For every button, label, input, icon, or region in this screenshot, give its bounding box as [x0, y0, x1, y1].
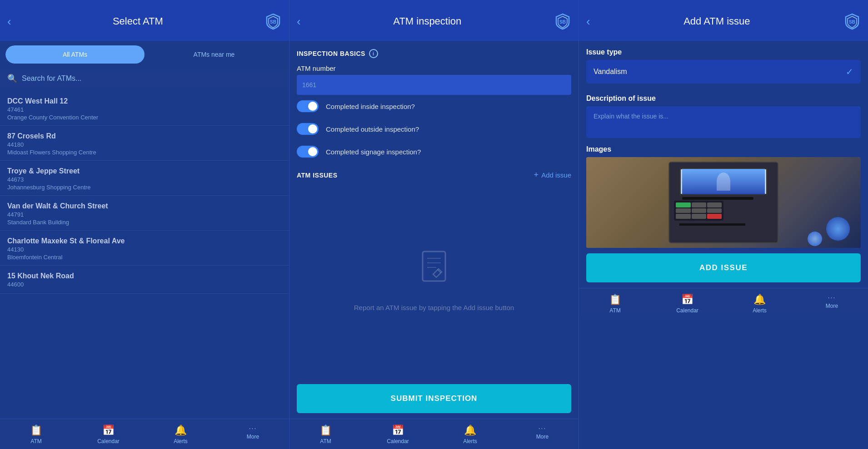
calendar-nav-label-3: Calendar	[676, 307, 698, 314]
list-item[interactable]: DCC West Hall 12 47461 Orange County Con…	[0, 91, 289, 126]
nav-more-3[interactable]: ··· More	[796, 294, 868, 314]
inside-toggle[interactable]	[297, 100, 319, 112]
svg-rect-2	[423, 252, 445, 281]
search-icon: 🔍	[7, 74, 17, 84]
inside-toggle-label: Completed inside inspection?	[326, 103, 415, 110]
panel1-header: ‹ Select ATM SB	[0, 0, 289, 41]
atm-id: 44180	[7, 141, 282, 148]
bank-logo-icon-3: SB	[843, 13, 861, 30]
images-label: Images	[579, 142, 868, 157]
panel2-back-button[interactable]: ‹	[297, 15, 301, 29]
toggle-inside[interactable]: Completed inside inspection?	[289, 95, 579, 118]
calendar-nav-label-2: Calendar	[387, 438, 409, 444]
atm-name: Van der Walt & Church Street	[7, 202, 282, 210]
list-item[interactable]: 87 Crosels Rd 44180 Midoast Flowers Shop…	[0, 126, 289, 161]
atm-tab-bar: All ATMs ATMs near me	[5, 45, 284, 64]
atm-nav-icon-3: 📋	[609, 294, 621, 306]
alerts-nav-icon: 🔔	[175, 424, 187, 436]
plus-icon: +	[534, 170, 539, 180]
atm-number-label: ATM number	[289, 60, 579, 75]
atm-id: 47461	[7, 106, 282, 113]
outside-toggle[interactable]	[297, 123, 319, 135]
submit-inspection-button[interactable]: SUBMIT INSPECTION	[297, 384, 571, 413]
more-nav-label-3: More	[826, 303, 838, 309]
list-item[interactable]: Charlotte Maxeke St & Floreal Ave 44130 …	[0, 231, 289, 266]
list-item[interactable]: Troye & Jeppe Street 44673 Johannesburg …	[0, 161, 289, 196]
description-label: Description of issue	[586, 94, 861, 103]
nav-atm[interactable]: 📋 ATM	[0, 424, 72, 444]
signage-toggle[interactable]	[297, 146, 319, 158]
atm-id: 44600	[7, 281, 282, 288]
panel1-bottom-nav: 📋 ATM 📅 Calendar 🔔 Alerts ··· More	[0, 419, 289, 449]
more-nav-icon: ···	[249, 424, 257, 432]
nav-alerts-2[interactable]: 🔔 Alerts	[434, 424, 506, 444]
atm-name: Troye & Jeppe Street	[7, 167, 282, 175]
atm-issues-label: ATM ISSUES	[297, 172, 338, 179]
more-nav-icon-2: ···	[539, 424, 547, 432]
atm-location: Orange County Convention Center	[7, 114, 282, 121]
issue-type-select[interactable]: Vandalism ✓	[586, 60, 861, 84]
nav-more[interactable]: ··· More	[217, 424, 289, 444]
tab-all-atms[interactable]: All ATMs	[5, 45, 145, 64]
panel3-title: Add ATM issue	[590, 15, 843, 27]
panel-atm-inspection: ‹ ATM inspection SB INSPECTION BASICS i …	[289, 0, 579, 449]
info-icon[interactable]: i	[369, 49, 378, 58]
empty-notebook-icon	[416, 249, 452, 297]
calendar-nav-label: Calendar	[97, 438, 120, 444]
atm-name: 87 Crosels Rd	[7, 132, 282, 140]
atm-location: Midoast Flowers Shopping Centre	[7, 149, 282, 156]
svg-text:SB: SB	[559, 20, 566, 25]
add-issue-text: Add issue	[541, 171, 571, 179]
atm-id: 44130	[7, 246, 282, 253]
nav-calendar-2[interactable]: 📅 Calendar	[362, 424, 434, 444]
panel-select-atm: ‹ Select ATM SB All ATMs ATMs near me 🔍 …	[0, 0, 289, 449]
outside-toggle-label: Completed outside inspection?	[326, 125, 419, 133]
atm-nav-label-2: ATM	[320, 438, 331, 444]
issue-type-value: Vandalism	[594, 68, 627, 76]
list-item[interactable]: 15 Khout Nek Road 44600	[0, 266, 289, 294]
panel2-bottom-nav: 📋 ATM 📅 Calendar 🔔 Alerts ··· More	[289, 419, 579, 449]
panel3-back-button[interactable]: ‹	[586, 15, 590, 29]
nav-atm-2[interactable]: 📋 ATM	[289, 424, 362, 444]
atm-list: DCC West Hall 12 47461 Orange County Con…	[0, 91, 289, 419]
atm-location: Johannesburg Shopping Centre	[7, 184, 282, 191]
issue-type-label: Issue type	[586, 48, 861, 56]
add-issue-button[interactable]: + Add issue	[534, 170, 571, 180]
list-item[interactable]: Van der Walt & Church Street 44791 Stand…	[0, 196, 289, 231]
search-bar: 🔍 Search for ATMs...	[0, 68, 289, 89]
more-nav-label: More	[247, 434, 259, 440]
atm-number-field[interactable]: 1661	[297, 75, 571, 95]
panel2-header: ‹ ATM inspection SB	[289, 0, 579, 41]
description-textarea[interactable]: Explain what the issue is...	[586, 106, 861, 138]
atm-nav-icon-2: 📋	[319, 424, 332, 436]
toggle-outside[interactable]: Completed outside inspection?	[289, 118, 579, 140]
atm-id: 44673	[7, 176, 282, 183]
panel1-back-button[interactable]: ‹	[7, 15, 11, 29]
nav-more-2[interactable]: ··· More	[506, 424, 579, 444]
more-nav-icon-3: ···	[828, 294, 836, 301]
toggle-signage[interactable]: Completed signage inspection?	[289, 140, 579, 163]
search-input[interactable]: Search for ATMs...	[22, 74, 81, 83]
nav-atm-3[interactable]: 📋 ATM	[579, 294, 651, 314]
svg-text:SB: SB	[849, 20, 855, 25]
nav-calendar[interactable]: 📅 Calendar	[72, 424, 145, 444]
atm-nav-icon: 📋	[30, 424, 42, 436]
panel-add-atm-issue: ‹ Add ATM issue SB Issue type Vandalism …	[579, 0, 868, 449]
tab-atms-near-me[interactable]: ATMs near me	[145, 45, 284, 64]
nav-alerts-3[interactable]: 🔔 Alerts	[723, 294, 796, 314]
more-nav-label-2: More	[536, 434, 549, 440]
signage-toggle-label: Completed signage inspection?	[326, 148, 421, 156]
atm-location: Standard Bank Building	[7, 219, 282, 226]
empty-text: Report an ATM issue by tapping the Add i…	[354, 303, 514, 313]
nav-calendar-3[interactable]: 📅 Calendar	[651, 294, 723, 314]
chevron-down-icon: ✓	[846, 66, 853, 77]
issue-type-section: Issue type Vandalism ✓	[579, 41, 868, 87]
nav-alerts[interactable]: 🔔 Alerts	[145, 424, 217, 444]
inspection-basics-label: INSPECTION BASICS i	[289, 41, 579, 60]
atm-nav-label-3: ATM	[609, 307, 620, 314]
bank-logo-icon: SB	[554, 13, 571, 30]
alerts-nav-label-2: Alerts	[463, 438, 477, 444]
svg-text:SB: SB	[270, 20, 276, 25]
atm-image	[586, 157, 861, 248]
add-issue-submit-button[interactable]: ADD ISSUE	[586, 253, 861, 282]
